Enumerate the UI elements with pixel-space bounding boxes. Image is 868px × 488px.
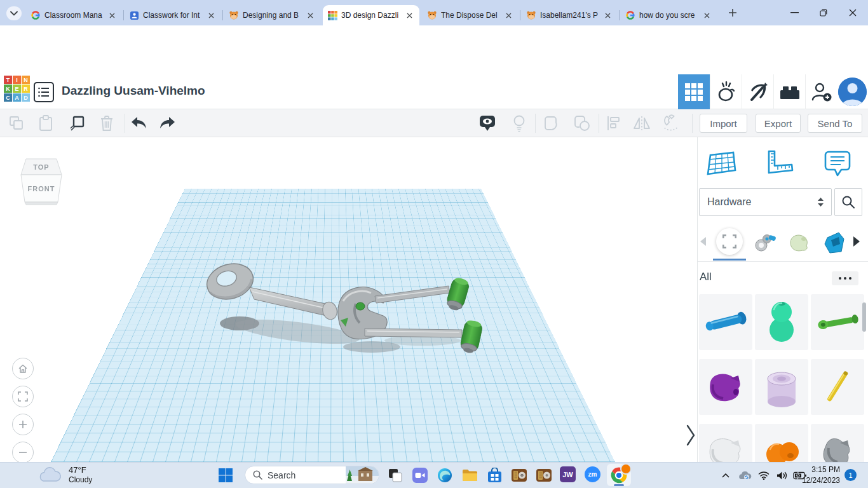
new-tab-button[interactable] xyxy=(722,0,743,25)
weather-widget[interactable] xyxy=(37,466,64,484)
browser-tab-active[interactable]: 3D design Dazzli xyxy=(323,5,419,25)
shape-card-rod-yellow[interactable] xyxy=(811,359,864,415)
category-scroll-left[interactable] xyxy=(700,237,706,246)
weather-condition[interactable]: Cloudy xyxy=(69,475,92,484)
panel-scrollbar[interactable] xyxy=(862,302,866,332)
category-bracket-blue[interactable] xyxy=(822,230,846,255)
wifi-tray-icon[interactable] xyxy=(755,466,773,484)
search-icon xyxy=(253,470,262,480)
tab-close-icon[interactable] xyxy=(305,10,315,20)
window-close-button[interactable] xyxy=(839,0,867,25)
design-object-gripper-tool[interactable] xyxy=(0,137,697,462)
zoom-app-button[interactable]: zm xyxy=(585,466,600,482)
invite-people-button[interactable] xyxy=(805,74,837,109)
window-minimize-button[interactable] xyxy=(780,0,808,25)
duplicate-button[interactable] xyxy=(68,114,86,132)
shape-category-dropdown[interactable]: Hardware xyxy=(699,188,832,216)
edge-browser-button[interactable] xyxy=(436,466,454,484)
tab-close-icon[interactable] xyxy=(702,10,712,20)
shape-card-clip-gray[interactable] xyxy=(811,424,864,462)
task-view-button[interactable] xyxy=(386,466,404,484)
wifi-icon xyxy=(758,471,770,480)
nav-sim-lab-button[interactable] xyxy=(710,74,742,109)
category-scroll-right[interactable] xyxy=(853,236,860,247)
design-menu-button[interactable] xyxy=(34,82,54,102)
microsoft-store-button[interactable] xyxy=(485,466,503,484)
tab-close-icon[interactable] xyxy=(107,10,117,20)
tab-close-icon[interactable] xyxy=(404,10,414,20)
zoom-out-button[interactable] xyxy=(12,442,34,462)
media-app-1-button[interactable] xyxy=(510,466,528,484)
account-avatar[interactable] xyxy=(838,78,867,106)
workplane-tool-button[interactable] xyxy=(703,145,741,182)
search-highlight-image[interactable] xyxy=(346,466,379,484)
panel-collapse-handle[interactable] xyxy=(686,424,695,446)
nav-3d-designs-button[interactable] xyxy=(678,74,710,109)
file-explorer-button[interactable] xyxy=(461,466,478,484)
copy-button[interactable] xyxy=(8,114,25,132)
tab-close-icon[interactable] xyxy=(503,10,513,20)
delete-button[interactable] xyxy=(98,114,116,132)
browser-tab[interactable]: Classwork for Int xyxy=(125,5,221,25)
tab-close-icon[interactable] xyxy=(206,10,216,20)
shape-card-pin-green[interactable] xyxy=(811,294,864,350)
section-options-button[interactable] xyxy=(832,271,858,285)
shape-card-clip-purple[interactable] xyxy=(699,359,752,415)
zoom-in-button[interactable] xyxy=(12,414,34,435)
tab-separator xyxy=(619,10,620,20)
browser-tab[interactable]: Isabellam241's P xyxy=(521,5,618,25)
nav-codeblocks-button[interactable] xyxy=(742,74,774,109)
undo-button[interactable] xyxy=(130,114,147,132)
category-all-selected[interactable] xyxy=(716,228,743,255)
design-title[interactable]: Dazzling Uusam-Vihelmo xyxy=(62,84,205,98)
ruler-tool-button[interactable] xyxy=(760,145,798,182)
jw-library-button[interactable]: JW xyxy=(560,466,576,482)
shape-search-button[interactable] xyxy=(834,188,862,216)
notification-count-badge[interactable]: 1 xyxy=(844,469,857,481)
home-view-button[interactable] xyxy=(12,358,34,379)
browser-tab[interactable]: how do you scre xyxy=(620,5,717,25)
workplane-snap-button[interactable] xyxy=(662,114,680,132)
category-gears[interactable] xyxy=(752,230,777,255)
ellipsis-icon xyxy=(839,277,841,280)
browser-tab[interactable]: Classroom Mana xyxy=(25,5,122,25)
shape-card-knob-lavender[interactable] xyxy=(755,359,808,415)
fit-view-button[interactable] xyxy=(12,386,34,407)
tinkercad-grid-favicon-icon xyxy=(328,11,337,20)
shape-card-ball-joint-teal[interactable] xyxy=(755,294,808,350)
shape-card-clip-white[interactable] xyxy=(699,424,752,462)
nav-bricks-button[interactable] xyxy=(773,74,806,109)
teams-chat-button[interactable] xyxy=(411,466,429,484)
shape-card-axle-blue[interactable] xyxy=(699,294,752,350)
taskbar-search-box[interactable]: Search xyxy=(245,466,379,484)
shape-card-ball-pair-orange[interactable] xyxy=(755,424,808,462)
category-clip-light-green[interactable] xyxy=(787,231,811,254)
hidden-icons-button[interactable] xyxy=(717,466,735,484)
browser-tab[interactable]: The Dispose Del xyxy=(422,5,519,25)
ungroup-button[interactable] xyxy=(573,114,591,132)
media-app-2-button[interactable] xyxy=(535,466,553,484)
weather-temp[interactable]: 47°F xyxy=(69,465,86,475)
tab-search-button[interactable] xyxy=(6,6,22,20)
redo-button[interactable] xyxy=(159,114,177,132)
mirror-button[interactable] xyxy=(633,114,651,132)
tab-close-icon[interactable] xyxy=(602,10,613,20)
start-button[interactable] xyxy=(217,466,234,484)
paste-button[interactable] xyxy=(37,114,55,132)
tab-separator xyxy=(520,10,520,20)
window-maximize-button[interactable] xyxy=(810,0,837,25)
taskbar-clock[interactable]: 3:15 PM 12/24/2023 xyxy=(788,464,840,486)
onedrive-tray-icon[interactable] xyxy=(736,466,754,484)
import-button[interactable]: Import xyxy=(700,114,747,133)
notes-tool-button[interactable] xyxy=(818,145,857,182)
design-canvas[interactable]: TOP FRONT Settings Snap Grid 1.0 mm xyxy=(0,137,697,462)
view-cube[interactable]: TOP FRONT xyxy=(15,152,67,207)
hide-button[interactable] xyxy=(510,114,528,132)
group-button[interactable] xyxy=(543,114,560,132)
browser-tab[interactable]: Designing and B xyxy=(224,5,320,25)
send-to-button[interactable]: Send To xyxy=(808,114,862,133)
show-all-button[interactable] xyxy=(478,114,496,132)
align-button[interactable] xyxy=(605,114,623,132)
redo-arrow-icon xyxy=(159,116,177,130)
export-button[interactable]: Export xyxy=(756,114,801,133)
